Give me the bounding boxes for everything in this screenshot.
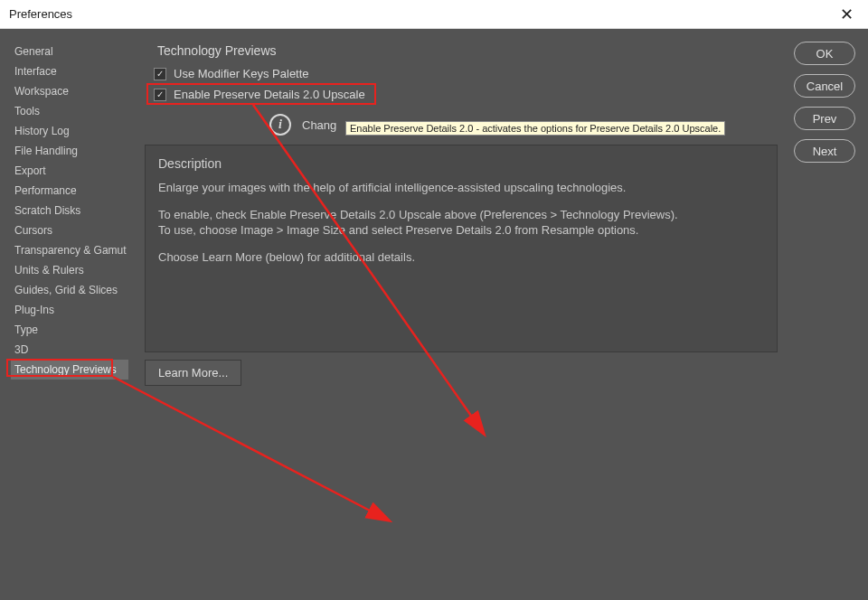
right-button-group: OK Cancel Prev Next bbox=[794, 42, 855, 163]
checkbox-modifier-keys-label: Use Modifier Keys Palette bbox=[174, 67, 309, 80]
sidebar-item-history-log[interactable]: History Log bbox=[11, 121, 128, 141]
sidebar-item-cursors[interactable]: Cursors bbox=[11, 220, 128, 240]
sidebar-item-general[interactable]: General bbox=[11, 42, 128, 61]
sidebar-item-export[interactable]: Export bbox=[11, 161, 128, 181]
description-p1: Enlarge your images with the help of art… bbox=[158, 180, 764, 196]
info-icon: i bbox=[269, 114, 291, 136]
description-p4: Choose Learn More (below) for additional… bbox=[158, 249, 764, 266]
checkbox-row-modifier-keys: ✓ Use Modifier Keys Palette bbox=[145, 63, 778, 84]
cancel-button[interactable]: Cancel bbox=[794, 74, 855, 98]
tooltip: Enable Preserve Details 2.0 - activates … bbox=[345, 121, 725, 136]
sidebar-item-interface[interactable]: Interface bbox=[11, 61, 128, 81]
description-p3: To use, choose Image > Image Size and se… bbox=[158, 223, 638, 237]
sidebar-item-scratch-disks[interactable]: Scratch Disks bbox=[11, 201, 128, 220]
main-panel: Technology Previews ✓ Use Modifier Keys … bbox=[145, 38, 778, 591]
sidebar-item-transparency-gamut[interactable]: Transparency & Gamut bbox=[11, 240, 128, 260]
sidebar-item-workspace[interactable]: Workspace bbox=[11, 81, 128, 101]
info-text-partial: Chang bbox=[302, 118, 336, 132]
close-icon[interactable]: ✕ bbox=[835, 5, 859, 24]
panel-title: Technology Previews bbox=[145, 38, 778, 63]
checkbox-modifier-keys[interactable]: ✓ bbox=[154, 68, 166, 80]
checkbox-preserve-details[interactable]: ✓ bbox=[154, 89, 166, 101]
next-button[interactable]: Next bbox=[794, 139, 855, 163]
sidebar-item-performance[interactable]: Performance bbox=[11, 181, 128, 201]
sidebar-item-plug-ins[interactable]: Plug-Ins bbox=[11, 300, 128, 320]
description-box: Description Enlarge your images with the… bbox=[145, 145, 778, 352]
sidebar-item-units-rulers[interactable]: Units & Rulers bbox=[11, 260, 128, 280]
ok-button[interactable]: OK bbox=[794, 42, 855, 65]
description-text: Enlarge your images with the help of art… bbox=[158, 180, 764, 265]
description-heading: Description bbox=[158, 156, 764, 171]
sidebar-item-3d[interactable]: 3D bbox=[11, 340, 128, 360]
prev-button[interactable]: Prev bbox=[794, 107, 855, 130]
sidebar: GeneralInterfaceWorkspaceToolsHistory Lo… bbox=[11, 42, 128, 380]
checkbox-row-preserve-details: ✓ Enable Preserve Details 2.0 Upscale bbox=[145, 84, 778, 105]
sidebar-item-type[interactable]: Type bbox=[11, 320, 128, 340]
window-title: Preferences bbox=[9, 7, 72, 21]
sidebar-item-tools[interactable]: Tools bbox=[11, 101, 128, 121]
learn-more-button[interactable]: Learn More... bbox=[145, 360, 241, 386]
sidebar-item-guides-grid-slices[interactable]: Guides, Grid & Slices bbox=[11, 280, 128, 300]
dialog-content: GeneralInterfaceWorkspaceToolsHistory Lo… bbox=[0, 29, 868, 600]
description-p2: To enable, check Enable Preserve Details… bbox=[158, 208, 678, 221]
titlebar: Preferences ✕ bbox=[0, 0, 868, 29]
sidebar-item-technology-previews[interactable]: Technology Previews bbox=[11, 360, 128, 380]
checkbox-preserve-details-label: Enable Preserve Details 2.0 Upscale bbox=[174, 88, 365, 101]
sidebar-item-file-handling[interactable]: File Handling bbox=[11, 141, 128, 161]
